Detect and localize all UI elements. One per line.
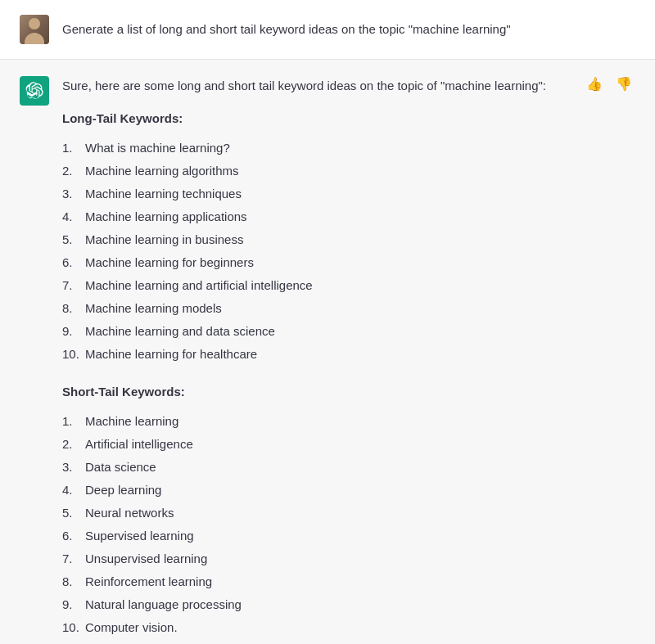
long-tail-item: 7.Machine learning and artificial intell… xyxy=(62,274,635,297)
short-tail-item: 2.Artificial intelligence xyxy=(62,433,635,456)
list-item-text: Machine learning applications xyxy=(85,207,247,227)
long-tail-item: 9.Machine learning and data science xyxy=(62,320,635,343)
list-number: 9. xyxy=(62,322,85,341)
list-number: 10. xyxy=(62,345,85,364)
list-item-text: Machine learning and data science xyxy=(85,322,275,341)
list-item-text: Machine learning xyxy=(85,412,178,431)
short-tail-item: 9.Natural language processing xyxy=(62,593,635,616)
feedback-buttons: 👍 👎 xyxy=(583,76,635,92)
list-item-text: Machine learning in business xyxy=(85,230,243,250)
list-number: 10. xyxy=(62,618,85,637)
ai-message-row: 👍 👎 Sure, here are some long and short t… xyxy=(0,60,655,644)
list-number: 5. xyxy=(62,503,85,523)
long-tail-item: 8.Machine learning models xyxy=(62,297,635,320)
long-tail-item: 6.Machine learning for beginners xyxy=(62,251,635,274)
list-number: 7. xyxy=(62,549,85,569)
short-tail-item: 10.Computer vision. xyxy=(62,616,635,639)
short-tail-item: 6.Supervised learning xyxy=(62,525,635,547)
long-tail-item: 5.Machine learning in business xyxy=(62,228,635,251)
list-item-text: Machine learning models xyxy=(85,299,222,318)
list-item-text: What is machine learning? xyxy=(85,138,230,158)
long-tail-item: 10.Machine learning for healthcare xyxy=(62,343,635,366)
list-item-text: Unsupervised learning xyxy=(85,549,207,569)
list-number: 5. xyxy=(62,230,85,250)
list-number: 6. xyxy=(62,253,85,272)
long-tail-list: 1.What is machine learning?2.Machine lea… xyxy=(62,137,635,366)
long-tail-item: 4.Machine learning applications xyxy=(62,205,635,228)
short-tail-heading: Short-Tail Keywords: xyxy=(62,382,635,402)
short-tail-item: 1.Machine learning xyxy=(62,410,635,433)
list-item-text: Reinforcement learning xyxy=(85,572,212,592)
list-item-text: Data science xyxy=(85,457,156,477)
short-tail-item: 5.Neural networks xyxy=(62,502,635,525)
chat-container: Generate a list of long and short tail k… xyxy=(0,0,655,644)
list-number: 7. xyxy=(62,276,85,295)
chatgpt-icon xyxy=(25,82,43,100)
short-tail-item: 7.Unsupervised learning xyxy=(62,547,635,570)
list-number: 3. xyxy=(62,184,85,204)
list-number: 6. xyxy=(62,526,85,546)
list-item-text: Supervised learning xyxy=(85,526,194,546)
list-number: 8. xyxy=(62,299,85,318)
short-tail-section: Short-Tail Keywords: 1.Machine learning2… xyxy=(62,382,635,639)
thumbs-up-button[interactable]: 👍 xyxy=(583,76,606,92)
list-item-text: Machine learning for beginners xyxy=(85,253,254,272)
ai-intro-text: Sure, here are some long and short tail … xyxy=(62,76,635,96)
long-tail-item: 2.Machine learning algorithms xyxy=(62,160,635,182)
list-number: 2. xyxy=(62,161,85,181)
list-number: 1. xyxy=(62,412,85,431)
list-item-text: Neural networks xyxy=(85,503,174,523)
user-avatar-image xyxy=(20,15,49,44)
list-number: 4. xyxy=(62,207,85,227)
list-item-text: Deep learning xyxy=(85,480,161,500)
short-tail-item: 8.Reinforcement learning xyxy=(62,570,635,593)
short-tail-item: 3.Data science xyxy=(62,456,635,479)
list-number: 2. xyxy=(62,435,85,454)
long-tail-heading: Long-Tail Keywords: xyxy=(62,109,635,128)
ai-message-content: 👍 👎 Sure, here are some long and short t… xyxy=(62,76,635,644)
short-tail-item: 4.Deep learning xyxy=(62,479,635,502)
short-tail-list: 1.Machine learning2.Artificial intellige… xyxy=(62,410,635,639)
ai-avatar xyxy=(20,76,49,106)
list-number: 1. xyxy=(62,138,85,158)
list-item-text: Machine learning for healthcare xyxy=(85,345,257,364)
user-message-text: Generate a list of long and short tail k… xyxy=(62,15,511,39)
list-item-text: Artificial intelligence xyxy=(85,435,193,454)
thumbs-down-button[interactable]: 👎 xyxy=(612,76,635,92)
list-number: 8. xyxy=(62,572,85,592)
list-item-text: Computer vision. xyxy=(85,618,178,637)
long-tail-item: 1.What is machine learning? xyxy=(62,137,635,160)
list-number: 4. xyxy=(62,480,85,500)
list-number: 9. xyxy=(62,595,85,615)
long-tail-item: 3.Machine learning techniques xyxy=(62,182,635,205)
user-avatar xyxy=(20,15,49,44)
user-message-row: Generate a list of long and short tail k… xyxy=(0,0,655,60)
list-item-text: Machine learning algorithms xyxy=(85,161,239,181)
list-item-text: Machine learning techniques xyxy=(85,184,242,204)
list-item-text: Machine learning and artificial intellig… xyxy=(85,276,313,295)
list-number: 3. xyxy=(62,457,85,477)
list-item-text: Natural language processing xyxy=(85,595,242,615)
